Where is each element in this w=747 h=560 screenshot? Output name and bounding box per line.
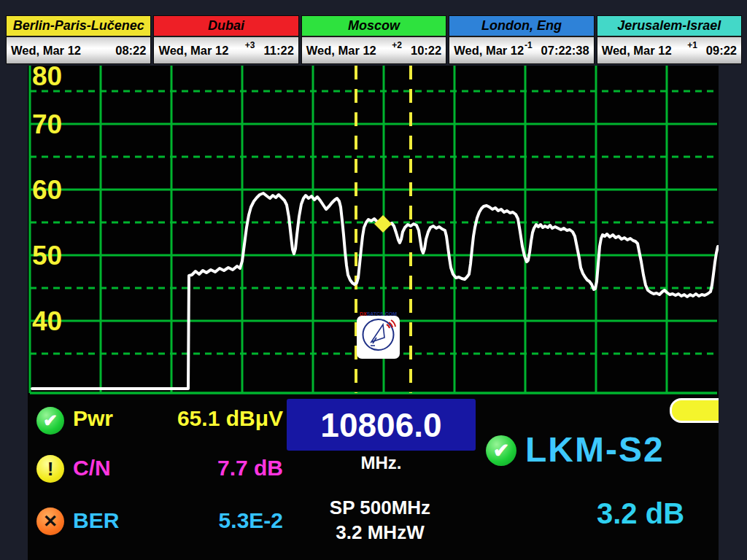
- satellite-dish-icon: [357, 316, 400, 354]
- pwr-status-check-icon: ✔: [36, 407, 64, 435]
- clock-date: Wed, Mar 12: [306, 44, 376, 58]
- frequency-unit: MHz.: [287, 453, 476, 473]
- clock-body: Wed, Mar 12 -1 07:22:38: [449, 37, 593, 63]
- clock-city-label: Dubai: [208, 18, 244, 34]
- ber-cross-icon: ✕: [36, 508, 64, 535]
- link-margin-value: 3.2 dB: [597, 497, 684, 530]
- y-axis-tick-label: 50: [32, 241, 62, 271]
- clock-utc-offset: +1: [687, 40, 697, 50]
- clock-date: Wed, Mar 12: [454, 44, 524, 58]
- clock-utc-offset: +2: [392, 40, 402, 50]
- clock-panel: London, Eng Wed, Mar 12 -1 07:22:38: [449, 15, 594, 64]
- cn-label: C/N: [73, 456, 111, 481]
- clock-header: London, Eng: [449, 16, 593, 37]
- clock-city-label: London, Eng: [481, 18, 562, 34]
- clock-body: Wed, Mar 12 +3 11:22: [154, 37, 298, 63]
- y-axis-tick-label: 70: [32, 109, 62, 139]
- cn-warning-icon: !: [36, 455, 64, 483]
- clock-time: 07:22:38: [541, 44, 589, 58]
- clock-date: Wed, Mar 12: [11, 44, 81, 58]
- pwr-value: 65.1 dBμV: [137, 406, 283, 431]
- cn-value: 7.7 dB: [137, 456, 283, 481]
- clock-header: Berlin-Paris-Lučenec: [7, 16, 150, 37]
- spectrum-plot: 8070605040 DXSATCS.COM: [28, 66, 719, 394]
- frequency-value: 10806.0: [320, 405, 441, 445]
- clock-panel: Moscow Wed, Mar 12 +2 10:22: [301, 15, 446, 64]
- clock-date: Wed, Mar 12: [602, 44, 672, 58]
- clock-time: 11:22: [264, 44, 294, 58]
- meter-screen: Berlin-Paris-Lučenec Wed, Mar 12 08:22 D…: [0, 0, 747, 560]
- clock-utc-offset: +3: [245, 40, 255, 50]
- pwr-label: Pwr: [73, 406, 113, 431]
- y-axis-tick-label: 40: [32, 306, 62, 336]
- clock-utc-offset: -1: [525, 40, 533, 50]
- y-axis-tick-label: 80: [32, 66, 62, 91]
- world-clock-bar: Berlin-Paris-Lučenec Wed, Mar 12 08:22 D…: [6, 15, 742, 64]
- clock-panel: Dubai Wed, Mar 12 +3 11:22: [153, 15, 298, 64]
- clock-time: 09:22: [706, 44, 737, 58]
- ber-label: BER: [73, 508, 119, 533]
- clock-header: Jerusalem-Israel: [597, 16, 741, 37]
- dxsatcs-logo: DXSATCS.COM: [357, 316, 400, 359]
- signal-standard-label: LKM-S2: [525, 429, 665, 470]
- clock-city-label: Moscow: [348, 18, 400, 34]
- bandwidth-setting: 3.2 MHzW: [296, 521, 464, 544]
- clock-panel: Berlin-Paris-Lučenec Wed, Mar 12 08:22: [6, 15, 151, 64]
- clock-city-label: Jerusalem-Israel: [617, 18, 721, 34]
- yellow-pill-button[interactable]: [670, 398, 719, 423]
- clock-body: Wed, Mar 12 08:22: [7, 37, 150, 63]
- span-setting: SP 500MHz: [296, 497, 464, 519]
- frequency-field[interactable]: 10806.0: [287, 399, 476, 451]
- clock-time: 08:22: [115, 44, 146, 58]
- clock-time: 10:22: [411, 44, 441, 58]
- clock-panel: Jerusalem-Israel Wed, Mar 12 +1 09:22: [597, 15, 742, 64]
- clock-body: Wed, Mar 12 +1 09:22: [597, 37, 741, 63]
- clock-body: Wed, Mar 12 +2 10:22: [302, 37, 446, 63]
- readings-panel: ✔ Pwr 65.1 dBμV 10806.0 MHz. ! C/N 7.7 d…: [28, 394, 719, 560]
- clock-header: Dubai: [154, 16, 298, 37]
- y-axis-tick-label: 60: [32, 175, 62, 205]
- signal-lock-check-icon: ✔: [486, 435, 516, 466]
- clock-header: Moscow: [302, 16, 446, 37]
- clock-city-label: Berlin-Paris-Lučenec: [13, 18, 144, 34]
- clock-date: Wed, Mar 12: [158, 44, 228, 58]
- ber-value: 5.3E-2: [137, 508, 283, 533]
